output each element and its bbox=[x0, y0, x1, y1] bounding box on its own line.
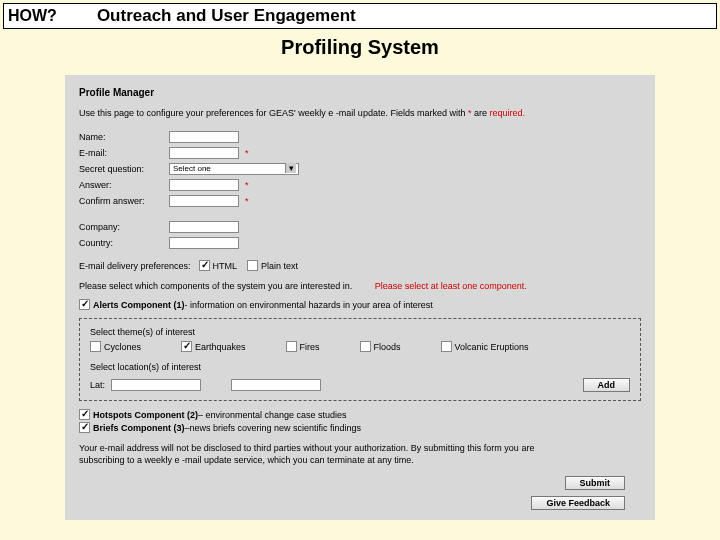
comp-select-text: Please select which components of the sy… bbox=[79, 281, 352, 291]
component-instruction: Please select which components of the sy… bbox=[79, 281, 641, 291]
label-cyclones: Cyclones bbox=[104, 342, 141, 352]
star-confirm: * bbox=[245, 196, 249, 206]
themes-box: Select theme(s) of interest Cyclones Ear… bbox=[79, 318, 641, 401]
row-delivery-pref: E-mail delivery preferences: HTML Plain … bbox=[79, 260, 641, 271]
themes-label: Select theme(s) of interest bbox=[90, 327, 630, 337]
comp1-desc: - information on environmental hazards i… bbox=[185, 300, 433, 310]
label-volcanic: Volcanic Eruptions bbox=[455, 342, 529, 352]
label-floods: Floods bbox=[374, 342, 401, 352]
label-plain: Plain text bbox=[261, 261, 298, 271]
intro-star: * bbox=[468, 108, 472, 118]
input-answer[interactable] bbox=[169, 179, 239, 191]
theme-earthquakes: Earthquakes bbox=[181, 341, 246, 352]
intro-req: required. bbox=[489, 108, 525, 118]
row-secret: Secret question: Select one bbox=[79, 162, 641, 176]
checkbox-comp3[interactable] bbox=[79, 422, 90, 433]
input-email[interactable] bbox=[169, 147, 239, 159]
row-comp3: Briefs Component (3) –news briefs coveri… bbox=[79, 422, 641, 433]
checkbox-html[interactable] bbox=[199, 260, 210, 271]
input-lat[interactable] bbox=[111, 379, 201, 391]
row-comp2: Hotspots Component (2) – environmental c… bbox=[79, 409, 641, 420]
select-secret[interactable]: Select one bbox=[169, 163, 299, 175]
row-email: E-mail: * bbox=[79, 146, 641, 160]
add-button[interactable]: Add bbox=[583, 378, 631, 392]
star-email: * bbox=[245, 148, 249, 158]
row-answer: Answer: * bbox=[79, 178, 641, 192]
input-company[interactable] bbox=[169, 221, 239, 233]
disclaimer: Your e-mail address will not be disclose… bbox=[79, 443, 559, 466]
label-pref: E-mail delivery preferences: bbox=[79, 261, 191, 271]
label-earthquakes: Earthquakes bbox=[195, 342, 246, 352]
profile-panel: Profile Manager Use this page to configu… bbox=[65, 75, 655, 520]
checkbox-volcanic[interactable] bbox=[441, 341, 452, 352]
label-email: E-mail: bbox=[79, 148, 169, 158]
loc-row: Lat: Add bbox=[90, 378, 630, 392]
label-lat: Lat: bbox=[90, 380, 105, 390]
label-secret: Secret question: bbox=[79, 164, 169, 174]
row-comp1: Alerts Component (1) - information on en… bbox=[79, 299, 641, 310]
loc-label: Select location(s) of interest bbox=[90, 362, 630, 372]
comp2-desc: – environmental change case studies bbox=[198, 410, 347, 420]
row-country: Country: bbox=[79, 236, 641, 250]
comp1-title: Alerts Component (1) bbox=[93, 300, 185, 310]
row-confirm: Confirm answer: * bbox=[79, 194, 641, 208]
panel-header: Profile Manager bbox=[79, 87, 641, 98]
checkbox-comp1[interactable] bbox=[79, 299, 90, 310]
comp3-title: Briefs Component (3) bbox=[93, 423, 185, 433]
intro-a: Use this page to configure your preferen… bbox=[79, 108, 333, 118]
comp2-title: Hotspots Component (2) bbox=[93, 410, 198, 420]
checkbox-plain[interactable] bbox=[247, 260, 258, 271]
label-confirm: Confirm answer: bbox=[79, 196, 169, 206]
input-confirm[interactable] bbox=[169, 195, 239, 207]
banner-title: Outreach and User Engagement bbox=[97, 6, 356, 26]
label-country: Country: bbox=[79, 238, 169, 248]
input-country[interactable] bbox=[169, 237, 239, 249]
theme-volcanic: Volcanic Eruptions bbox=[441, 341, 529, 352]
theme-fires: Fires bbox=[286, 341, 320, 352]
checkbox-comp2[interactable] bbox=[79, 409, 90, 420]
star-answer: * bbox=[245, 180, 249, 190]
row-name: Name: bbox=[79, 130, 641, 144]
row-company: Company: bbox=[79, 220, 641, 234]
checkbox-cyclones[interactable] bbox=[90, 341, 101, 352]
comp-select-sub: Please select at least one component. bbox=[375, 281, 527, 291]
feedback-button[interactable]: Give Feedback bbox=[531, 496, 625, 510]
label-name: Name: bbox=[79, 132, 169, 142]
top-banner: HOW? Outreach and User Engagement bbox=[3, 3, 717, 29]
label-answer: Answer: bbox=[79, 180, 169, 190]
label-html: HTML bbox=[213, 261, 238, 271]
checkbox-floods[interactable] bbox=[360, 341, 371, 352]
checkbox-fires[interactable] bbox=[286, 341, 297, 352]
footer-buttons: Submit Give Feedback bbox=[531, 476, 625, 510]
submit-button[interactable]: Submit bbox=[565, 476, 626, 490]
themes-row: Cyclones Earthquakes Fires Floods Volcan… bbox=[90, 341, 630, 352]
label-fires: Fires bbox=[300, 342, 320, 352]
intro-b: -mail update. Fields marked with bbox=[336, 108, 468, 118]
input-name[interactable] bbox=[169, 131, 239, 143]
how-label: HOW? bbox=[8, 7, 57, 25]
comp3-desc: –news briefs covering new scientific fin… bbox=[185, 423, 362, 433]
theme-cyclones: Cyclones bbox=[90, 341, 141, 352]
intro-text: Use this page to configure your preferen… bbox=[79, 108, 641, 118]
input-lon[interactable] bbox=[231, 379, 321, 391]
intro-c: are bbox=[474, 108, 490, 118]
theme-floods: Floods bbox=[360, 341, 401, 352]
checkbox-earthquakes[interactable] bbox=[181, 341, 192, 352]
page-subtitle: Profiling System bbox=[0, 36, 720, 59]
label-company: Company: bbox=[79, 222, 169, 232]
